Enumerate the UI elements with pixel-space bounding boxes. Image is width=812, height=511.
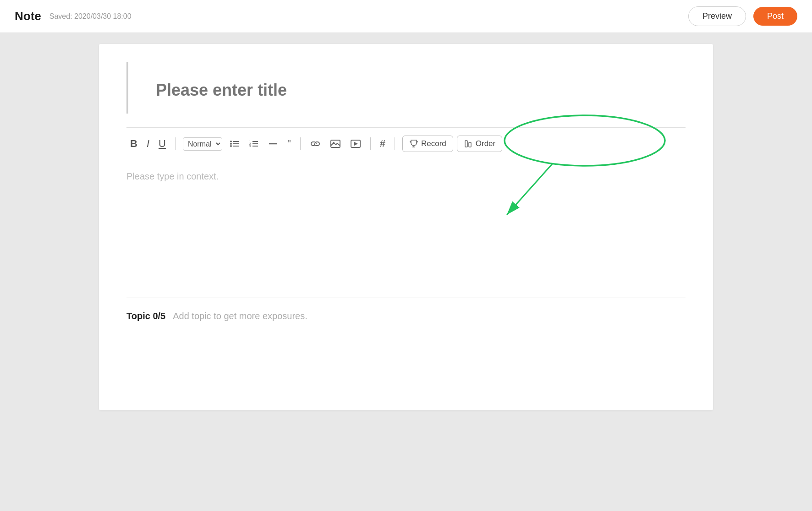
list-ul-icon [230,139,240,148]
ordered-list-button[interactable]: 1 2 3 [245,136,263,151]
toolbar: B I U Normal H1 H2 H3 [99,128,713,160]
dash-icon [268,141,278,146]
video-button[interactable] [346,136,365,151]
svg-point-4 [230,143,232,145]
topic-hint: Add topic to get more exposures. [173,311,307,321]
bold-button[interactable]: B [126,135,141,152]
order-icon [464,139,473,148]
underline-button[interactable]: U [155,135,170,152]
sep-2 [300,137,301,150]
trophy-icon [409,139,418,148]
title-input[interactable] [156,81,658,100]
order-label: Order [476,139,495,148]
svg-marker-16 [354,142,358,146]
unordered-list-button[interactable] [226,136,243,151]
content-placeholder: Please type in context. [126,171,686,182]
record-label: Record [421,139,446,148]
topbar: Note Saved: 2020/03/30 18:00 Preview Pos… [0,0,812,33]
image-icon [330,139,341,148]
topbar-left: Note Saved: 2020/03/30 18:00 [15,9,132,23]
svg-rect-19 [465,141,467,147]
topbar-right: Preview Post [688,6,797,26]
preview-button[interactable]: Preview [688,6,746,26]
link-button[interactable] [306,137,324,151]
svg-point-3 [230,141,232,142]
svg-text:3: 3 [249,145,251,147]
topic-label: Topic 0/5 [126,311,165,321]
title-area [126,62,686,114]
saved-status: Saved: 2020/03/30 18:00 [49,12,132,21]
image-button[interactable] [326,136,345,151]
post-button[interactable]: Post [753,7,797,26]
hash-button[interactable]: # [376,135,389,152]
svg-rect-20 [469,142,471,147]
format-select[interactable]: Normal H1 H2 H3 [183,137,222,151]
italic-button[interactable]: I [143,135,153,152]
link-icon [310,140,321,148]
sep-1 [175,137,176,150]
video-icon [350,139,361,148]
editor-card: B I U Normal H1 H2 H3 [99,44,713,410]
order-button[interactable]: Order [457,136,502,152]
topic-bar: Topic 0/5 Add topic to get more exposure… [99,298,713,334]
quote-button[interactable]: " [284,135,295,152]
main-wrap: B I U Normal H1 H2 H3 [0,33,812,421]
content-area[interactable]: Please type in context. [99,160,713,298]
page-title: Note [15,9,41,23]
sep-4 [395,137,395,150]
list-ol-icon: 1 2 3 [249,139,259,148]
sep-3 [370,137,371,150]
dash-button[interactable] [264,139,282,149]
toolbar-annotation-wrap: B I U Normal H1 H2 H3 [99,128,713,160]
svg-point-5 [230,145,232,147]
record-button[interactable]: Record [402,136,453,152]
